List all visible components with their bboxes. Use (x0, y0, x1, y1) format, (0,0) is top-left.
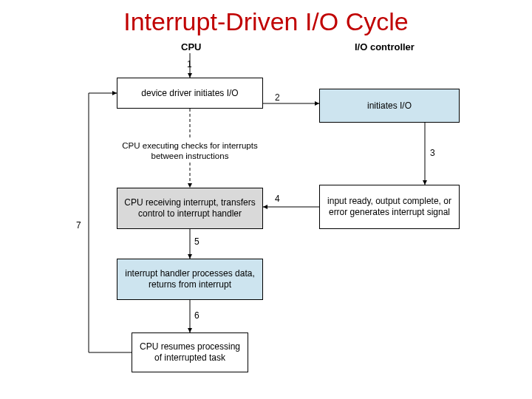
box-driver-initiates: device driver initiates I/O (117, 78, 263, 109)
box-initiates-io: initiates I/O (319, 89, 460, 123)
step-7-label: 7 (76, 220, 81, 231)
box-input-ready: input ready, output complete, or error g… (319, 185, 460, 229)
header-cpu: CPU (181, 41, 201, 52)
step-3-label: 3 (430, 148, 435, 158)
text-cpu-checks: CPU executing checks for interrupts betw… (115, 140, 265, 162)
step-1-label: 1 (187, 59, 192, 69)
box-cpu-receiving: CPU receiving interrupt, transfers contr… (117, 188, 263, 229)
step-2-label: 2 (275, 92, 280, 103)
header-io-controller: I/O controller (355, 41, 415, 52)
step-5-label: 5 (194, 236, 200, 247)
diagram-title: Interrupt-Driven I/O Cycle (0, 7, 532, 36)
box-handler-processes: interrupt handler processes data, return… (117, 259, 263, 300)
box-cpu-resumes: CPU resumes processing of interrupted ta… (132, 332, 248, 372)
step-6-label: 6 (194, 310, 200, 321)
step-4-label: 4 (275, 194, 280, 204)
